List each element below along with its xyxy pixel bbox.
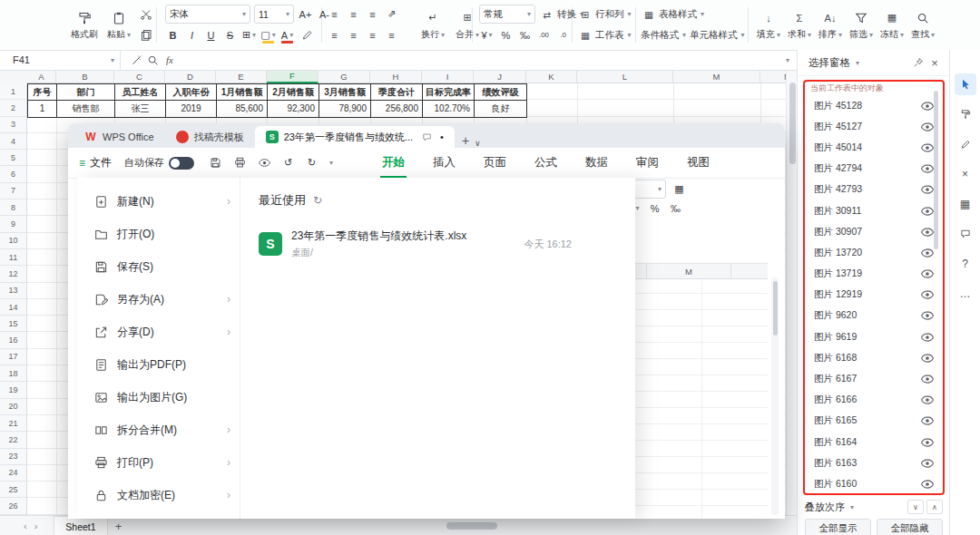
visibility-eye-icon[interactable] [919,392,936,408]
column-header-K[interactable]: K [526,70,577,83]
table-header-cell[interactable]: 绩效评级 [475,84,527,101]
ribbon-tab-审阅[interactable]: 审阅 [634,151,661,174]
align-middle-icon[interactable]: ≡ [346,6,361,23]
find-button[interactable]: 查找▾ [909,5,936,45]
visibility-eye-icon[interactable] [919,455,936,472]
column-header-E[interactable]: E [216,70,267,83]
row-header-16[interactable]: 16 [0,332,27,348]
column-header-M[interactable]: M [673,70,760,83]
orientation-icon[interactable]: ⇗ [384,6,399,23]
visibility-eye-icon[interactable] [919,413,936,429]
selection-pane-item[interactable]: 图片 6166 [805,390,943,411]
comment-bubble-icon[interactable] [418,129,435,145]
align-bottom-icon[interactable]: ≡ [365,6,380,23]
zoom-icon[interactable] [144,52,161,68]
ribbon-tab-公式[interactable]: 公式 [533,151,559,174]
pen-icon[interactable] [299,27,315,44]
undo-icon[interactable]: ↺ [280,155,296,171]
row-header-2[interactable]: 2 [0,100,27,116]
move-down-icon[interactable]: ∨ [907,500,924,514]
font-size-select[interactable]: 11▾ [254,5,294,24]
visibility-eye-icon[interactable] [919,434,936,451]
align-left-icon[interactable]: ≡ [327,27,342,44]
column-header-J[interactable]: J [474,70,526,83]
selection-pane-item[interactable]: 图片 42794 [805,159,943,180]
row-header-11[interactable]: 11 [0,249,27,266]
font-name-select[interactable]: 宋体▾ [165,5,250,24]
merge-cells-button[interactable]: ⊞ 合并▾ [452,5,483,45]
preview-icon[interactable] [256,155,272,171]
currency-format-icon[interactable]: ¥▾ [479,27,495,44]
row-header-4[interactable]: 4 [0,133,27,150]
pin-icon[interactable] [910,54,926,71]
selection-pane-item[interactable]: 图片 30911 [805,200,943,221]
row-header-8[interactable]: 8 [0,199,27,216]
table-cell[interactable]: 张三 [115,101,166,117]
quick-access-dropdown-icon[interactable]: ▾ [329,159,333,167]
tab-list-icon[interactable]: ∨ [475,139,481,148]
selection-pane-item[interactable]: 图片 6167 [805,368,943,389]
row-header-14[interactable]: 14 [0,299,27,316]
selection-pane-item[interactable]: 图片 6168 [805,347,943,368]
ribbon-tab-视图[interactable]: 视图 [685,151,711,174]
new-tab-icon[interactable]: + [462,133,469,148]
row-header-10[interactable]: 10 [0,233,27,249]
cut-icon[interactable] [138,6,154,23]
sort-button[interactable]: A↓排序▾ [817,5,844,45]
align-top-icon[interactable]: ≡ [327,6,342,23]
column-header-I[interactable]: I [422,70,474,83]
copy-icon[interactable] [138,27,154,44]
column-header-B[interactable]: B [56,70,114,83]
row-header-20[interactable]: 20 [0,399,27,415]
refresh-icon[interactable]: ↻ [313,194,322,207]
autosave-control[interactable]: 自动保存 [124,156,194,170]
table-style-button[interactable]: ▦表格样式▾ [641,6,704,23]
column-header-G[interactable]: G [318,70,370,83]
row-header-23[interactable]: 23 [0,449,27,465]
row-header-15[interactable]: 15 [0,316,27,332]
table-cell[interactable]: 2019 [166,101,217,117]
select-all-corner[interactable] [0,70,28,84]
table-header-cell[interactable]: 1月销售额 [217,84,268,101]
visibility-eye-icon[interactable] [919,329,936,345]
file-menu-item[interactable]: 另存为(A)› [77,283,240,316]
table-header-cell[interactable]: 目标完成率 [423,84,475,101]
column-header-H[interactable]: H [370,70,422,83]
cell-style-button[interactable]: 单元格样式▾ [690,29,745,42]
italic-button[interactable]: I [184,27,200,44]
edit-icon[interactable] [955,133,976,155]
comment-icon[interactable] [955,223,976,245]
file-menu-item[interactable]: 打开(O) [77,218,240,250]
selection-pane-item[interactable]: 图片 6160 [805,473,943,494]
percent-format-icon[interactable]: % [498,27,514,44]
selection-pane-item[interactable]: 图片 42793 [805,180,943,200]
visibility-eye-icon[interactable] [919,371,936,387]
permille-format-icon[interactable]: ‰ [668,200,683,217]
table-header-cell[interactable]: 入职年份 [166,84,217,101]
horizontal-scrollbar-thumb[interactable] [446,522,497,530]
save-icon[interactable] [207,155,223,171]
print-icon[interactable] [231,155,248,171]
increase-decimal-icon[interactable]: .00 [536,27,552,44]
row-header-7[interactable]: 7 [0,183,27,199]
justify-icon[interactable]: ≡ [384,27,399,44]
table-header-cell[interactable]: 部门 [57,84,115,101]
expand-formula-bar-icon[interactable]: ▾ [786,56,789,64]
vertical-scrollbar-thumb[interactable] [789,83,796,164]
fill-button[interactable]: ↓填充▾ [755,5,782,45]
worksheet-button[interactable]: ▦工作表▾ [577,27,632,44]
ribbon-tab-插入[interactable]: 插入 [431,151,457,174]
popup-tab-wps[interactable]: WWPS Office [74,126,165,148]
selection-pane-scrollbar[interactable] [934,91,938,249]
visibility-eye-icon[interactable] [919,476,936,492]
more-icon[interactable]: … [955,283,976,305]
format-painter-icon[interactable] [955,103,976,125]
borders-icon[interactable]: ⊞▾ [241,27,257,44]
popup-column-header-M[interactable]: M [647,264,731,278]
visibility-eye-icon[interactable] [919,350,936,366]
column-header-A[interactable]: A [27,70,56,83]
fill-color-icon[interactable]: ▢▾ [260,27,276,44]
number-format-select[interactable]: 常规▾ [479,5,535,24]
column-header-L[interactable]: L [577,70,673,83]
row-header-21[interactable]: 21 [0,415,27,432]
